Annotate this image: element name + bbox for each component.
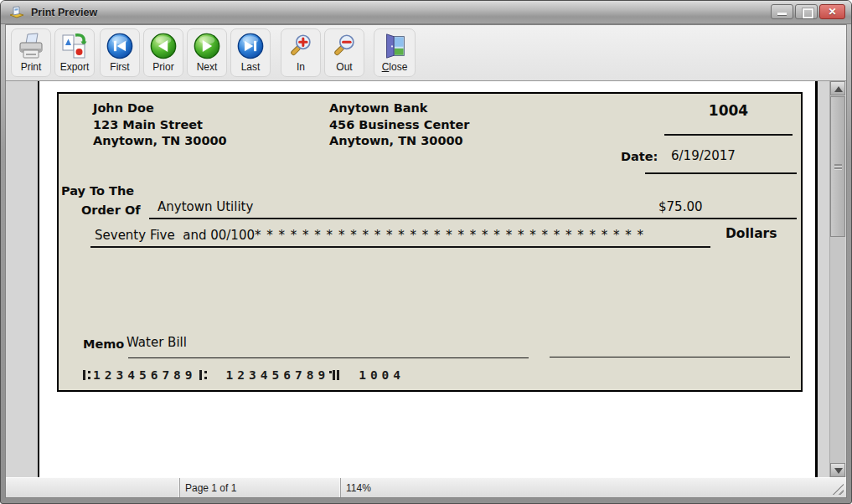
amount-numeric: $75.00 — [658, 199, 703, 214]
window-title: Print Preview — [31, 7, 97, 18]
dollars-label: Dollars — [725, 226, 777, 243]
amount-words-line — [90, 246, 710, 248]
preview-area[interactable]: John Doe 123 Main Street Anytown, TN 300… — [6, 81, 846, 477]
prior-page-icon — [149, 31, 178, 61]
zoom-out-button[interactable]: Out — [324, 28, 364, 77]
check-number-line — [664, 134, 793, 136]
memo-line — [128, 357, 529, 358]
close-preview-label: Close — [382, 61, 408, 73]
close-button[interactable]: ✕ — [819, 4, 845, 19]
export-icon — [60, 31, 89, 61]
payer-name: John Doe — [93, 100, 227, 117]
pay-to-label-line2: Order Of — [81, 203, 141, 219]
print-preview-window: Print Preview ✕ Print — [0, 0, 852, 504]
zoom-in-button[interactable]: In — [281, 28, 321, 77]
first-button[interactable]: First — [100, 28, 140, 77]
micr-account: 123456789 — [226, 368, 330, 382]
first-label: First — [110, 61, 129, 73]
amount-words: Seventy Five and 00/100* * * * * * * * *… — [95, 228, 644, 243]
zoom-in-icon — [287, 31, 315, 61]
statusbar-panel-empty — [6, 478, 179, 497]
payer-block: John Doe 123 Main Street Anytown, TN 300… — [93, 100, 227, 150]
pay-to-label-line1: Pay To The — [61, 183, 134, 200]
bank-name: Anytown Bank — [329, 100, 469, 117]
micr-transit-icon — [82, 369, 91, 381]
zoom-in-label: In — [297, 61, 305, 73]
vertical-scrollbar[interactable] — [829, 81, 845, 477]
zoom-out-icon — [330, 31, 359, 61]
micr-onus-icon — [331, 369, 340, 381]
last-page-icon — [236, 31, 265, 61]
payer-address2: Anytown, TN 30000 — [93, 133, 227, 150]
amount-line — [649, 218, 797, 219]
client-area: Print Export — [5, 24, 847, 498]
micr-routing: 123456789 — [93, 368, 197, 382]
export-button[interactable]: Export — [54, 28, 95, 77]
thumb-grip-icon — [834, 164, 842, 166]
micr-check-number: 1004 — [359, 368, 405, 382]
prior-label: Prior — [152, 61, 173, 73]
next-label: Next — [197, 61, 218, 73]
statusbar: Page 1 of 1 114% — [6, 477, 846, 497]
memo-label: Memo — [83, 337, 124, 353]
toolbar: Print Export — [6, 25, 846, 81]
printer-icon — [17, 31, 45, 61]
last-button[interactable]: Last — [230, 28, 271, 77]
check-number: 1004 — [664, 102, 793, 119]
titlebar: Print Preview ✕ — [1, 1, 851, 24]
close-door-icon — [380, 31, 409, 61]
prior-button[interactable]: Prior — [143, 28, 183, 77]
scrollbar-thumb[interactable] — [830, 96, 845, 237]
signature-line — [550, 357, 790, 357]
date-line — [645, 172, 797, 174]
last-label: Last — [241, 61, 261, 73]
payee-name: Anytown Utility — [157, 199, 253, 214]
minimize-button[interactable] — [771, 4, 793, 19]
statusbar-zoom-level: 114% — [340, 478, 846, 497]
memo-value: Water Bill — [127, 335, 187, 350]
bank-address1: 456 Business Center — [329, 117, 469, 134]
down-arrow-icon — [834, 468, 843, 474]
first-page-icon — [106, 31, 134, 61]
print-button[interactable]: Print — [11, 28, 51, 77]
check-document: John Doe 123 Main Street Anytown, TN 300… — [57, 92, 803, 392]
payer-address1: 123 Main Street — [93, 117, 227, 134]
screen: Print Preview ✕ Print — [0, 0, 852, 504]
micr-transit-icon — [199, 369, 208, 381]
statusbar-page-info: Page 1 of 1 — [179, 478, 340, 497]
amount-fill: * * * * * * * * * * * * * * * * * * * * … — [255, 228, 644, 243]
up-arrow-icon — [834, 86, 843, 92]
payee-line — [149, 218, 700, 219]
date-value: 6/19/2017 — [671, 148, 736, 163]
print-label: Print — [21, 61, 42, 73]
close-preview-button[interactable]: Close — [374, 28, 416, 77]
micr-line: 1234567891234567891004 — [80, 368, 405, 382]
bank-block: Anytown Bank 456 Business Center Anytown… — [329, 100, 469, 150]
next-page-icon — [193, 31, 221, 61]
next-button[interactable]: Next — [187, 28, 227, 77]
export-label: Export — [60, 61, 90, 73]
print-preview-icon — [8, 5, 25, 20]
zoom-out-label: Out — [336, 61, 352, 73]
date-label: Date: — [621, 149, 658, 166]
bank-address2: Anytown, TN 30000 — [329, 133, 469, 150]
restore-button[interactable] — [795, 4, 818, 19]
scroll-up-button[interactable] — [830, 81, 845, 95]
window-controls: ✕ — [769, 4, 845, 19]
scroll-down-button[interactable] — [830, 463, 845, 477]
